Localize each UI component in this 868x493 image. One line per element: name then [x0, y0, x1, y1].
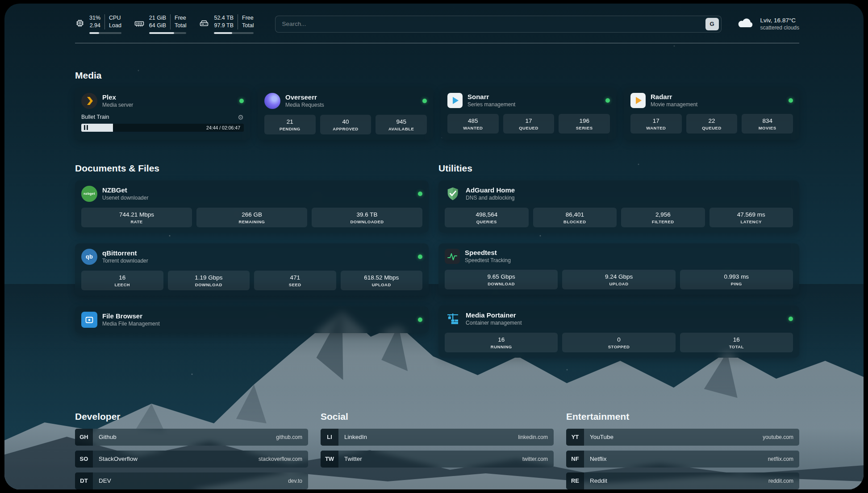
app-card-adguard[interactable]: AdGuard Home DNS and adblocking 498,564 …: [438, 180, 799, 233]
stat-label: DOWNLOAD: [447, 281, 556, 286]
stat-queued: 22 QUEUED: [686, 114, 738, 134]
stat-label: RATE: [83, 219, 190, 224]
stat-value: 744.21 Mbps: [83, 211, 190, 218]
app-subtitle: Usenet downloader: [102, 195, 148, 201]
bookmark-reddit[interactable]: RE Reddit reddit.com: [566, 472, 799, 489]
stat-value: 16: [447, 336, 556, 343]
sonarr-icon: [447, 93, 463, 108]
stat-series: 196 SERIES: [559, 114, 610, 134]
bookmark-github[interactable]: GH Github github.com: [75, 429, 308, 446]
bookmarks-sections: Developer GH Github github.com SO StackO…: [75, 411, 799, 489]
app-card-portainer[interactable]: Media Portainer Container management 16 …: [438, 305, 799, 358]
cpu-progress-bar: [89, 32, 121, 34]
qbittorrent-icon: qb: [81, 249, 97, 265]
stat-wanted: 17 WANTED: [630, 114, 682, 134]
bookmark-url: youtube.com: [763, 434, 793, 440]
speedtest-icon: [445, 249, 460, 264]
nzbget-icon-text: nzbget: [83, 192, 95, 196]
app-card-speedtest[interactable]: Speedtest Speedtest Tracking 9.65 Gbps D…: [438, 243, 799, 295]
app-card-radarr[interactable]: Radarr Movie management 17 WANTED 2: [624, 88, 799, 140]
bookmark-dev[interactable]: DT DEV dev.to: [75, 472, 308, 489]
nzbget-icon: nzbget: [81, 186, 97, 202]
plex-icon: [81, 93, 97, 109]
app-name: File Browser: [102, 312, 160, 320]
bookmark-url: netflix.com: [768, 456, 793, 462]
pause-icon[interactable]: [84, 125, 88, 130]
stat-label: QUERIES: [447, 219, 526, 224]
app-card-plex[interactable]: Plex Media server Bullet Train ⚙: [75, 88, 250, 140]
stat-approved: 40 APPROVED: [320, 115, 371, 134]
bookmark-youtube[interactable]: YT YouTube youtube.com: [566, 429, 799, 446]
app-card-sonarr[interactable]: Sonarr Series management 485 WANTED: [441, 88, 616, 140]
search-input[interactable]: [282, 21, 705, 27]
stat-value: 9.24 Gbps: [564, 273, 673, 280]
app-card-filebrowser[interactable]: File Browser Media File Management: [75, 306, 429, 333]
bookmark-abbr: TW: [321, 451, 338, 468]
qbittorrent-icon-text: qb: [86, 253, 93, 260]
disk-progress-bar: [214, 32, 254, 34]
stat-value: 16: [83, 274, 162, 281]
now-playing-title: Bullet Train: [81, 114, 109, 120]
app-card-overseerr[interactable]: Overseerr Media Requests 21 PENDING: [258, 88, 433, 140]
playback-time: 24:44 / 02:06:47: [206, 124, 240, 132]
status-online-dot: [789, 317, 793, 321]
status-online-dot: [789, 98, 793, 103]
gear-icon[interactable]: ⚙: [238, 114, 244, 121]
bookmark-linkedin[interactable]: LI LinkedIn linkedin.com: [321, 429, 554, 446]
bookmark-abbr: SO: [75, 451, 93, 468]
app-name: NZBGet: [102, 186, 148, 194]
app-subtitle: Speedtest Tracking: [465, 257, 511, 263]
cpu-load-label: Load: [109, 22, 121, 29]
bookmark-abbr: LI: [321, 429, 338, 446]
stat-value: 17: [505, 117, 553, 124]
stat-label: FILTERED: [623, 219, 703, 224]
app-subtitle: Media Requests: [285, 102, 324, 108]
stat-ping: 0.993 ms PING: [680, 270, 793, 289]
stat-value: 86,401: [535, 211, 615, 218]
stat-download: 1.19 Gbps DOWNLOAD: [168, 271, 250, 290]
section-title-social: Social: [321, 411, 554, 422]
weather-condition: scattered clouds: [760, 25, 799, 31]
disk-metric: 52.4 TB 97.9 TB Free Total: [199, 14, 254, 34]
stat-stopped: 0 STOPPED: [562, 333, 675, 352]
app-subtitle: Media server: [102, 102, 133, 108]
bookmark-url: github.com: [276, 434, 302, 440]
app-card-nzbget[interactable]: nzbget NZBGet Usenet downloader 744.21 M…: [75, 180, 429, 233]
section-documents-files: Documents & Files nzbget NZBGet Usenet d…: [75, 163, 429, 368]
cpu-metric-body: 31% 2.94 CPU Load: [89, 14, 121, 34]
disk-free-label: Free: [242, 14, 254, 22]
bookmark-name: Github: [99, 434, 117, 440]
bookmark-netflix[interactable]: NF Netflix netflix.com: [566, 451, 799, 468]
media-grid: Plex Media server Bullet Train ⚙: [75, 88, 799, 140]
app-name: Media Portainer: [466, 311, 522, 319]
stats-row: 485 WANTED 17 QUEUED 196 SERIES: [447, 114, 610, 134]
weather-location: Lviv, 16.87°C: [760, 17, 799, 24]
cpu-chip-icon: [75, 18, 85, 30]
status-online-dot: [239, 99, 244, 103]
disk-total-label: Total: [242, 22, 254, 29]
playback-progress-bar[interactable]: 24:44 / 02:06:47: [81, 124, 244, 132]
cpu-load-value: 2.94: [90, 22, 100, 29]
search-bar: G: [275, 16, 721, 33]
bookmark-url: reddit.com: [768, 478, 793, 484]
app-subtitle: Movie management: [651, 101, 697, 108]
app-card-qbittorrent[interactable]: qb qBittorrent Torrent downloader 16: [75, 243, 429, 296]
stat-label: DOWNLOAD: [170, 282, 248, 287]
stat-queued: 17 QUEUED: [503, 114, 555, 134]
stat-value: 0.993 ms: [682, 273, 791, 280]
stat-value: 834: [743, 117, 791, 124]
bookmark-stackoverflow[interactable]: SO StackOverflow stackoverflow.com: [75, 451, 308, 468]
stats-row: 744.21 Mbps RATE 266 GB REMAINING 39.6 T…: [81, 208, 422, 227]
stat-upload: 9.24 Gbps UPLOAD: [562, 270, 675, 289]
stat-seed: 471 SEED: [254, 271, 336, 290]
status-online-dot: [422, 99, 427, 103]
bookmark-abbr: NF: [566, 451, 584, 468]
stat-value: 1.19 Gbps: [170, 274, 248, 281]
app-name: Sonarr: [467, 93, 515, 100]
filebrowser-icon: [81, 312, 97, 328]
stat-label: QUEUED: [688, 125, 736, 130]
bookmark-twitter[interactable]: TW Twitter twitter.com: [321, 451, 554, 468]
memory-metric: 21 GiB 64 GiB Free Total: [134, 14, 187, 34]
search-engine-button[interactable]: G: [705, 18, 719, 30]
section-title-developer: Developer: [75, 411, 308, 422]
